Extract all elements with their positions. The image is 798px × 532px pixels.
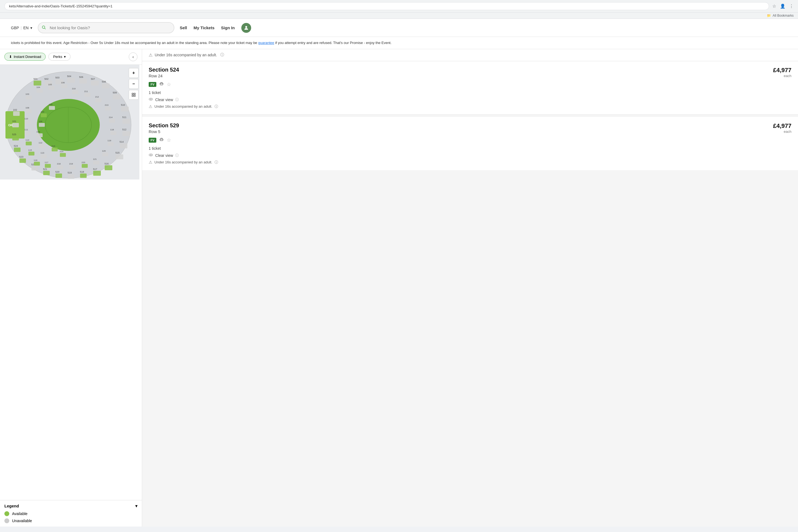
- svg-text:509: 509: [113, 91, 117, 94]
- favorite-star-icon[interactable]: ☆: [167, 81, 171, 88]
- collapse-panel-button[interactable]: ‹: [129, 53, 137, 61]
- svg-text:519: 519: [68, 171, 72, 174]
- clear-view-icon: [149, 97, 153, 102]
- svg-rect-121: [105, 107, 111, 110]
- fv-badge: FV: [149, 82, 156, 87]
- svg-rect-41: [93, 171, 101, 176]
- my-tickets-link[interactable]: My Tickets: [193, 25, 214, 30]
- chevron-down-icon: ▾: [30, 26, 32, 30]
- fullscreen-button[interactable]: [129, 90, 138, 100]
- svg-rect-111: [108, 142, 114, 146]
- svg-rect-37: [116, 154, 123, 159]
- svg-rect-47: [56, 173, 62, 178]
- svg-text:525: 525: [12, 133, 16, 136]
- svg-text:510: 510: [121, 103, 125, 106]
- svg-text:501: 501: [33, 78, 37, 80]
- ticket-card[interactable]: Section 524 Row 24 £4,977 each FV ☆: [142, 61, 798, 115]
- svg-text:101: 101: [12, 120, 16, 123]
- svg-rect-87: [26, 109, 32, 113]
- locale-selector[interactable]: GBP | EN ▾: [11, 26, 32, 30]
- search-icon: [41, 25, 46, 31]
- search-input[interactable]: [38, 22, 174, 33]
- zoom-out-button[interactable]: −: [129, 79, 138, 89]
- price-each: each: [773, 74, 792, 78]
- search-bar: [38, 22, 174, 33]
- svg-rect-95: [28, 152, 34, 155]
- ticket-price: £4,977 each: [773, 122, 792, 134]
- svg-text:210: 210: [72, 88, 76, 90]
- perks-filter[interactable]: Perks ▾: [49, 53, 70, 61]
- legend-unavailable: Unavailable: [4, 518, 137, 523]
- svg-rect-23: [91, 81, 99, 86]
- header-nav: Sell My Tickets Sign In: [180, 23, 251, 33]
- browser-bar: kets/Alternative-and-Indie/Oasis-Tickets…: [0, 0, 798, 13]
- svg-text:508: 508: [102, 80, 106, 83]
- menu-dots-icon[interactable]: ⋮: [789, 3, 794, 9]
- svg-rect-43: [80, 173, 87, 178]
- legend-header[interactable]: Legend ▾: [4, 504, 137, 509]
- svg-text:113: 113: [40, 152, 44, 154]
- svg-text:120: 120: [102, 150, 106, 152]
- svg-rect-69: [61, 84, 67, 88]
- bookmark-star-icon[interactable]: ☆: [772, 3, 776, 9]
- svg-text:121: 121: [93, 158, 97, 160]
- url-bar[interactable]: kets/Alternative-and-Indie/Oasis-Tickets…: [4, 2, 769, 10]
- ticket-badges: FV ☆: [149, 81, 792, 88]
- svg-rect-29: [121, 107, 129, 112]
- svg-rect-65: [37, 89, 43, 93]
- svg-rect-85: [60, 153, 66, 157]
- zoom-in-button[interactable]: +: [129, 68, 138, 78]
- instant-download-filter[interactable]: ⬇ Instant Download: [4, 53, 46, 61]
- svg-text:214: 214: [109, 116, 113, 119]
- svg-text:212: 212: [95, 96, 99, 98]
- svg-rect-99: [45, 164, 51, 168]
- tickets-panel: ⚠ Under 16s accompanied by an adult. ⓘ S…: [142, 49, 798, 527]
- svg-rect-55: [14, 148, 20, 152]
- svg-text:516: 516: [104, 162, 109, 165]
- svg-point-128: [149, 154, 152, 156]
- stadium-map[interactable]: + −: [0, 65, 142, 179]
- svg-text:520: 520: [55, 171, 59, 173]
- ticket-count: 1 ticket: [149, 91, 792, 95]
- svg-rect-39: [104, 165, 112, 170]
- user-profile-icon[interactable]: 👤: [780, 3, 785, 9]
- map-controls: + −: [129, 68, 138, 100]
- svg-text:OR: OR: [8, 124, 13, 127]
- svg-rect-61: [13, 112, 20, 116]
- svg-rect-49: [43, 171, 50, 175]
- svg-text:105: 105: [48, 83, 52, 86]
- price-amount: £4,977: [773, 67, 792, 74]
- svg-text:116: 116: [34, 159, 37, 162]
- svg-rect-19: [67, 78, 75, 83]
- ticket-feature: Clear view ⓘ: [149, 97, 792, 102]
- ticket-card[interactable]: Section 529 Row 5 £4,977 each FV ☆: [142, 117, 798, 170]
- favorite-star-icon[interactable]: ☆: [167, 137, 171, 143]
- svg-text:213: 213: [51, 145, 55, 147]
- avatar[interactable]: [241, 23, 251, 33]
- legend-panel: Legend ▾ Available Unavailable: [0, 500, 142, 527]
- svg-text:104: 104: [36, 86, 40, 89]
- price-amount: £4,977: [773, 122, 792, 130]
- ticket-section: Section 524: [149, 67, 179, 73]
- svg-text:204: 204: [40, 111, 44, 113]
- sell-link[interactable]: Sell: [180, 25, 187, 30]
- top-warning-text: Under 16s accompanied by an adult.: [155, 53, 217, 57]
- seat-icon: [159, 137, 164, 144]
- svg-text:211: 211: [84, 90, 88, 93]
- warning-triangle-icon: ⚠: [149, 53, 152, 58]
- seat-map-panel: ⬇ Instant Download Perks ▾ ‹ + −: [0, 49, 142, 527]
- svg-text:106: 106: [61, 81, 65, 84]
- guarantee-link[interactable]: guarantee: [258, 41, 274, 45]
- ticket-badges: FV ☆: [149, 137, 792, 144]
- svg-text:119: 119: [108, 139, 111, 142]
- ticket-info: Section 524 Row 24: [149, 67, 179, 78]
- svg-text:523: 523: [19, 155, 23, 158]
- ticket-price: £4,977 each: [773, 67, 792, 78]
- svg-text:214: 214: [60, 150, 63, 153]
- age-warning-text: Under 16s accompanied by an adult.: [154, 104, 212, 109]
- svg-text:106: 106: [39, 120, 42, 123]
- filter-bar: ⬇ Instant Download Perks ▾ ‹: [0, 49, 142, 65]
- svg-text:114: 114: [25, 139, 29, 141]
- sign-in-link[interactable]: Sign In: [221, 25, 235, 30]
- svg-rect-123: [109, 119, 115, 123]
